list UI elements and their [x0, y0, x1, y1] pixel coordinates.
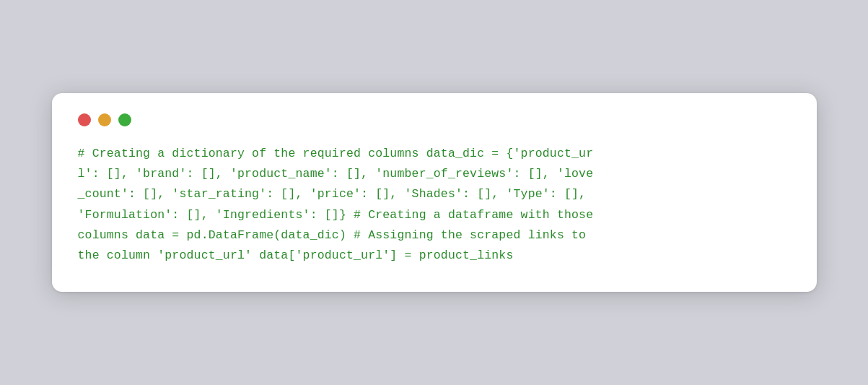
- traffic-lights: [78, 113, 791, 126]
- code-window: # Creating a dictionary of the required …: [52, 93, 817, 291]
- code-content: # Creating a dictionary of the required …: [78, 144, 791, 265]
- minimize-button[interactable]: [98, 113, 111, 126]
- close-button[interactable]: [78, 113, 91, 126]
- maximize-button[interactable]: [118, 113, 131, 126]
